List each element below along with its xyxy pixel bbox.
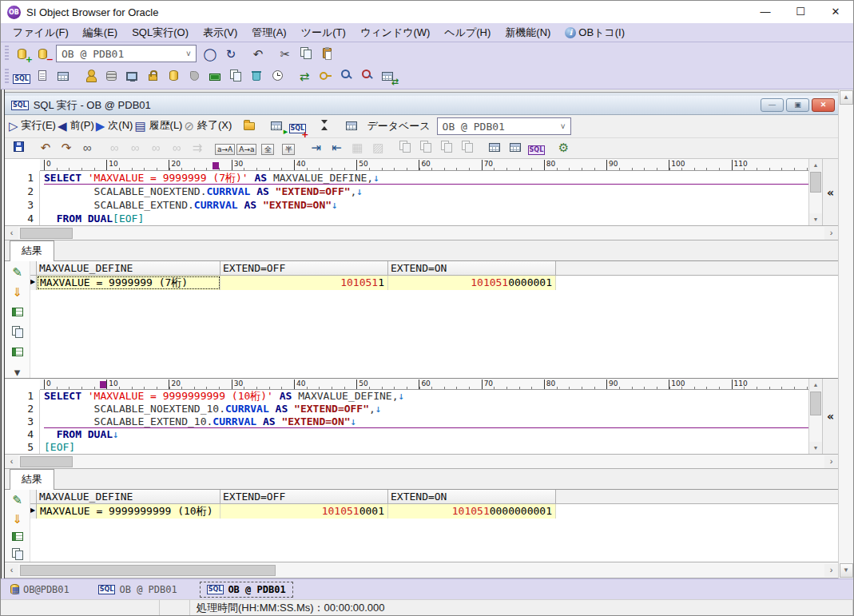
- scroll-down-icon[interactable]: ▼: [809, 213, 822, 225]
- more-icon[interactable]: ▾: [8, 365, 27, 378]
- editor2-code[interactable]: SELECT 'MAXVALUE = 9999999999 (10桁)' AS …: [40, 390, 808, 454]
- scroll-right-icon[interactable]: ›: [824, 227, 838, 240]
- database-combobox[interactable]: OB @ PDB01 ˅: [437, 117, 571, 135]
- to-lower-icon[interactable]: A→a: [236, 140, 256, 159]
- table-row[interactable]: ▶MAXVALUE = 9999999 (7桁)1010511101051000…: [30, 276, 838, 290]
- code-line[interactable]: FROM DUAL↓: [44, 428, 808, 441]
- code-line[interactable]: [EOF]: [44, 441, 808, 454]
- user-icon[interactable]: [81, 66, 100, 85]
- export-excel-icon[interactable]: [8, 305, 27, 318]
- code-line[interactable]: SCALABLE_EXTEND.CURRVAL AS "EXTEND=ON"↓: [44, 198, 808, 212]
- cell-maxvalue-define[interactable]: MAXVALUE = 9999999 (7桁): [37, 276, 220, 290]
- undo-icon[interactable]: ↶: [36, 138, 55, 157]
- cell-maxvalue-define[interactable]: MAXVALUE = 9999999999 (10桁): [37, 504, 220, 519]
- scrollbar-thumb[interactable]: [810, 391, 821, 415]
- taskbar-item-2[interactable]: SQLOB @ PDB01: [92, 582, 184, 597]
- editor1-hscrollbar[interactable]: ‹ ›: [5, 226, 838, 240]
- scroll-up-icon[interactable]: ▲: [809, 159, 822, 171]
- taskbar-item-3[interactable]: SQLOB @ PDB01: [200, 582, 293, 598]
- edit-data-icon[interactable]: ✎: [8, 265, 27, 278]
- scrollbar-thumb[interactable]: [20, 565, 276, 576]
- clipboard-4-icon[interactable]: [458, 137, 477, 156]
- table-sync-icon[interactable]: ⇄: [378, 66, 397, 85]
- find-prev-icon[interactable]: ∞: [125, 138, 145, 157]
- copy-icon[interactable]: [296, 43, 316, 62]
- menu-item-10[interactable]: iOBトコ(I): [558, 23, 632, 42]
- copy-grid-icon[interactable]: [8, 325, 27, 338]
- to-upper-icon[interactable]: a→A: [215, 140, 235, 159]
- sql-format-icon[interactable]: SQL: [526, 141, 546, 160]
- to-hankaku-icon[interactable]: 半: [279, 140, 298, 159]
- result-window-icon[interactable]: [485, 138, 504, 157]
- code-line[interactable]: SELECT 'MAXVALUE = 9999999999 (10桁)' AS …: [44, 390, 808, 403]
- chevron-down-icon[interactable]: ˅: [181, 50, 196, 58]
- settings-icon[interactable]: ⚙: [554, 138, 573, 157]
- import-export-icon[interactable]: ⇄: [295, 66, 314, 85]
- cut-icon[interactable]: ✂: [276, 45, 295, 64]
- scroll-right-icon[interactable]: ›: [824, 455, 838, 468]
- find-word-next-icon[interactable]: ∞: [146, 138, 165, 157]
- scroll-left-icon[interactable]: ‹: [5, 227, 18, 240]
- find-icon[interactable]: ∞: [77, 138, 97, 157]
- maximize-button[interactable]: ☐: [783, 1, 818, 23]
- window-layout-icon[interactable]: [342, 116, 361, 135]
- open-file-icon[interactable]: [240, 115, 259, 134]
- recycle-bin-icon[interactable]: [247, 66, 266, 85]
- column-header[interactable]: MAXVALUE_DEFINE: [37, 490, 220, 503]
- ruler-marker[interactable]: [213, 162, 219, 169]
- menu-item-3[interactable]: SQL実行(O): [125, 23, 196, 42]
- table-row[interactable]: ▶MAXVALUE = 9999999999 (10桁)101051000110…: [30, 504, 838, 519]
- mdi-vscrollbar[interactable]: ▲ ▼: [838, 89, 853, 578]
- prev-icon[interactable]: ◀前(P): [58, 116, 94, 135]
- goto-line-icon[interactable]: ⇉: [188, 138, 207, 157]
- child-minimize-button[interactable]: —: [761, 98, 784, 112]
- undo-icon[interactable]: ↶: [248, 45, 268, 64]
- comment-icon[interactable]: ▦: [348, 138, 367, 157]
- sql-search-icon[interactable]: [336, 65, 356, 84]
- editor1-collapse-button[interactable]: «: [822, 159, 838, 225]
- editor1-code[interactable]: SELECT 'MAXVALUE = 9999999 (7桁)' AS MAXV…: [40, 171, 808, 225]
- add-sql-icon[interactable]: SQL+: [288, 119, 307, 138]
- menu-item-7[interactable]: ウィンドウ(W): [353, 23, 437, 42]
- parameter-icon[interactable]: [226, 66, 245, 85]
- collapse-editor-icon[interactable]: [315, 115, 334, 134]
- outdent-icon[interactable]: ⇤: [327, 138, 346, 157]
- apply-data-icon[interactable]: ⇓: [8, 513, 27, 525]
- export-excel-icon[interactable]: [8, 532, 27, 541]
- paste-icon[interactable]: [317, 44, 336, 63]
- scroll-up-icon[interactable]: ▲: [809, 379, 822, 391]
- uncomment-icon[interactable]: ▨: [368, 138, 387, 157]
- scheduler-icon[interactable]: [268, 66, 287, 85]
- taskbar-item-1[interactable]: ▦OB@PDB01: [4, 582, 76, 597]
- find-next-icon[interactable]: ∞: [105, 138, 124, 157]
- menu-item-2[interactable]: 編集(E): [76, 23, 125, 42]
- session-icon[interactable]: [122, 66, 141, 85]
- close-button[interactable]: ✕: [818, 1, 853, 23]
- cell-extend-on[interactable]: 1010510000001: [388, 276, 556, 290]
- result-hscrollbar[interactable]: ‹ ›: [5, 562, 838, 578]
- edit-data-icon[interactable]: ✎: [8, 494, 27, 506]
- child-close-button[interactable]: ✕: [812, 98, 835, 112]
- abort-icon[interactable]: ◯: [201, 45, 220, 64]
- history-icon[interactable]: ▤履歴(L): [134, 116, 182, 135]
- result1-grid[interactable]: MAXVALUE_DEFINEEXTEND=OFFEXTEND=ON▶MAXVA…: [30, 261, 838, 378]
- clipboard-2-icon[interactable]: [416, 137, 435, 156]
- row-selector[interactable]: ▶: [30, 276, 37, 290]
- ruler-marker[interactable]: [100, 381, 106, 388]
- sql-editor-2[interactable]: 0102030405060708090100110 12345 SELECT '…: [5, 378, 838, 455]
- cell-extend-off[interactable]: 1010510001: [220, 504, 388, 519]
- scroll-down-icon[interactable]: ▼: [809, 442, 822, 454]
- tab-result-2[interactable]: 結果: [10, 469, 54, 490]
- column-header[interactable]: EXTEND=ON: [388, 261, 556, 275]
- minimize-button[interactable]: —: [748, 1, 783, 23]
- menu-item-6[interactable]: ツール(T): [294, 23, 353, 42]
- report-icon[interactable]: [8, 345, 27, 358]
- grant-icon[interactable]: [316, 66, 335, 85]
- child-restore-button[interactable]: ▣: [786, 98, 809, 112]
- db-connect-icon[interactable]: +: [12, 44, 31, 63]
- reconnect-icon[interactable]: ↻: [221, 45, 240, 64]
- scroll-down-icon[interactable]: ▼: [840, 563, 853, 578]
- db-disconnect-icon[interactable]: −: [33, 44, 52, 63]
- menu-item-8[interactable]: ヘルプ(H): [437, 23, 498, 42]
- indent-icon[interactable]: ⇥: [306, 138, 325, 157]
